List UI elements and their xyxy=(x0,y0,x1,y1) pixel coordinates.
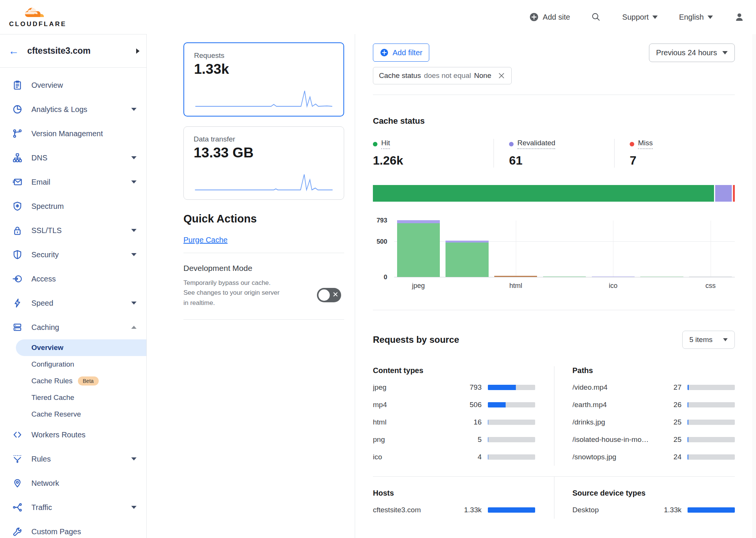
user-icon xyxy=(734,12,745,22)
sidebar-item-access[interactable]: Access xyxy=(0,267,146,291)
data-transfer-metric-card[interactable]: Data transfer 13.33 GB xyxy=(183,126,344,200)
time-range-dropdown[interactable]: Previous 24 hours xyxy=(649,44,735,62)
progress-track xyxy=(688,385,735,390)
miss-value: 7 xyxy=(630,154,735,168)
back-arrow-icon[interactable]: ← xyxy=(8,46,19,56)
support-menu[interactable]: Support xyxy=(622,13,658,22)
sidebar-item-security[interactable]: Security xyxy=(0,243,146,267)
hosts-column: Hosts cftestsite3.com 1.33k xyxy=(373,477,554,519)
list-item[interactable]: /snowtops.jpg 24 xyxy=(573,448,735,466)
add-filter-button[interactable]: Add filter xyxy=(373,44,429,62)
bar xyxy=(540,221,589,277)
x-tick-label: ico xyxy=(589,282,638,290)
bar-segment-hit xyxy=(640,277,683,277)
git-branch-icon xyxy=(12,129,22,138)
bar xyxy=(638,221,686,277)
language-menu[interactable]: English xyxy=(679,13,713,22)
top-bar: CLOUDFLARE Add site Support English xyxy=(0,0,756,34)
chevron-down-icon xyxy=(131,180,137,183)
sidebar-item-traffic[interactable]: Traffic xyxy=(0,495,146,519)
sidebar-item-network[interactable]: Network xyxy=(0,471,146,495)
sidebar-item-ssl-tls[interactable]: SSL/TLS xyxy=(0,218,146,243)
x-tick-label xyxy=(540,282,589,290)
requests-metric-card[interactable]: Requests 1.33k xyxy=(183,42,344,117)
sidebar-item-caching[interactable]: Caching xyxy=(0,315,146,339)
sidebar-subitem-cache-rules[interactable]: Cache Rules Beta xyxy=(0,373,146,389)
cache-status-filter-chip[interactable]: Cache status does not equal None xyxy=(373,67,512,84)
y-tick-793: 793 xyxy=(377,217,387,224)
hit-bar-segment xyxy=(373,185,714,202)
chevron-right-icon[interactable] xyxy=(136,48,140,54)
bar-segment-hit xyxy=(397,223,440,277)
sidebar-subitem-cache-reserve[interactable]: Cache Reserve xyxy=(0,406,146,423)
cache-status-title: Cache status xyxy=(373,116,735,126)
pie-chart-icon xyxy=(12,104,22,114)
data-transfer-label: Data transfer xyxy=(194,135,334,143)
chevron-down-icon xyxy=(131,253,137,256)
revalidated-legend[interactable]: Revalidated xyxy=(509,139,555,149)
sidebar-subitem-caching-overview[interactable]: Overview xyxy=(16,339,146,356)
list-item[interactable]: /isolated-house-in-mo… 25 xyxy=(573,431,735,448)
filter-bar: Add filter Cache status does not equal N… xyxy=(373,44,735,84)
sidebar-item-rules[interactable]: Rules xyxy=(0,447,146,471)
bar-segment-hit xyxy=(543,277,586,277)
list-item[interactable]: cftestsite3.com 1.33k xyxy=(373,501,535,519)
list-item[interactable]: png 5 xyxy=(373,431,535,448)
access-arrow-icon xyxy=(12,274,22,284)
purge-cache-link[interactable]: Purge Cache xyxy=(183,236,228,244)
sidebar-item-speed[interactable]: Speed xyxy=(0,291,146,315)
sidebar-item-version-management[interactable]: Version Management xyxy=(0,121,146,146)
sidebar: ← cftestsite3.com Overview Analytics & L… xyxy=(0,34,147,538)
top-nav: Add site Support English xyxy=(529,12,745,22)
progress-track xyxy=(488,437,535,442)
sidebar-subitem-tiered-cache[interactable]: Tiered Cache xyxy=(0,389,146,406)
requests-value: 1.33k xyxy=(194,61,334,77)
wrench-icon xyxy=(12,527,22,536)
cache-status-bar-chart: 793 500 0 jpeghtmlicocss xyxy=(373,221,735,296)
list-item[interactable]: mp4 506 xyxy=(373,396,535,414)
hit-legend[interactable]: Hit xyxy=(373,139,390,149)
filter-value: None xyxy=(474,72,491,80)
sidebar-item-workers-routes[interactable]: Workers Routes xyxy=(0,423,146,447)
sidebar-item-dns[interactable]: DNS xyxy=(0,146,146,170)
sidebar-item-spectrum[interactable]: Spectrum xyxy=(0,194,146,218)
site-header: ← cftestsite3.com xyxy=(0,34,146,68)
chevron-down-icon xyxy=(722,51,728,54)
paths-title: Paths xyxy=(573,366,735,375)
items-count-dropdown[interactable]: 5 items xyxy=(682,331,735,349)
list-item[interactable]: ico 4 xyxy=(373,448,535,466)
list-item[interactable]: Desktop 1.33k xyxy=(573,501,735,519)
bar xyxy=(443,221,492,277)
device-types-title: Source device types xyxy=(573,489,735,498)
search-button[interactable] xyxy=(591,12,601,22)
requests-by-source-section: Requests by source 5 items Content types… xyxy=(373,310,735,519)
sidebar-subitem-configuration[interactable]: Configuration xyxy=(0,356,146,373)
list-item[interactable]: html 16 xyxy=(373,414,535,431)
x-tick-label xyxy=(638,282,686,290)
revalidated-value: 61 xyxy=(509,154,614,168)
cloudflare-cloud-icon xyxy=(23,6,48,20)
add-site-button[interactable]: Add site xyxy=(529,12,570,22)
sidebar-item-custom-pages[interactable]: Custom Pages xyxy=(0,519,146,538)
list-item[interactable]: jpeg 793 xyxy=(373,379,535,396)
sidebar-item-email[interactable]: Email xyxy=(0,170,146,194)
chevron-down-icon xyxy=(131,156,137,159)
x-tick-label: html xyxy=(491,282,540,290)
account-menu[interactable] xyxy=(734,12,745,22)
progress-track xyxy=(488,402,535,407)
remove-filter-button[interactable] xyxy=(497,72,506,80)
purple-dot-icon xyxy=(509,142,514,146)
miss-legend[interactable]: Miss xyxy=(630,139,653,149)
progress-fill xyxy=(688,385,689,390)
list-item[interactable]: /drinks.jpg 25 xyxy=(573,414,735,431)
list-item[interactable]: /earth.mp4 26 xyxy=(573,396,735,414)
envelope-icon xyxy=(12,177,22,187)
development-mode-toggle[interactable] xyxy=(317,288,341,302)
sidebar-item-analytics-logs[interactable]: Analytics & Logs xyxy=(0,97,146,121)
progress-track xyxy=(488,385,535,390)
bar xyxy=(686,221,735,277)
sidebar-item-overview[interactable]: Overview xyxy=(0,73,146,97)
cache-status-stats: Hit 1.26k Revalidated 61 xyxy=(373,139,735,168)
cloudflare-logo[interactable]: CLOUDFLARE xyxy=(9,6,67,28)
list-item[interactable]: /video.mp4 27 xyxy=(573,379,735,396)
